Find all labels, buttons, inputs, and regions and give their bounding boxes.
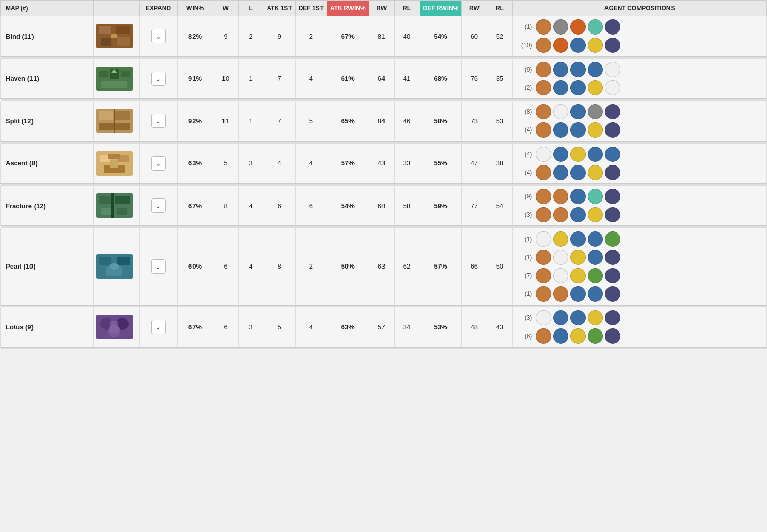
map-image-cell [93, 101, 139, 142]
composition-row: (9) [518, 62, 761, 77]
composition-row: (4) [518, 147, 761, 162]
agent-avatar-1 [553, 147, 568, 162]
svg-rect-3 [101, 38, 111, 46]
expand-cell[interactable]: ⌄ [139, 101, 177, 142]
agent-avatar-4 [605, 147, 620, 162]
expand-cell[interactable]: ⌄ [139, 228, 177, 305]
agent-avatar-4 [605, 80, 620, 95]
agent-avatar-2 [570, 286, 586, 302]
def-first-cell: 4 [295, 58, 327, 99]
composition-row: (4) [518, 165, 761, 180]
agent-avatar-1 [553, 328, 568, 344]
agent-avatar-2 [570, 189, 586, 204]
agent-avatar-0 [536, 80, 551, 95]
composition-count: (8) [518, 108, 532, 115]
expand-cell[interactable]: ⌄ [139, 186, 177, 226]
expand-button[interactable]: ⌄ [151, 156, 166, 171]
agent-avatar-1 [553, 80, 568, 95]
svg-marker-26 [111, 193, 114, 218]
win-pct-cell: 67% [177, 307, 213, 348]
def-rwin-cell: 57% [420, 228, 462, 305]
agent-avatar-2 [570, 80, 586, 95]
agent-avatar-4 [605, 328, 620, 344]
def-first-cell: 6 [295, 186, 327, 226]
win-pct-cell: 67% [177, 186, 213, 226]
composition-row: (7) [518, 268, 761, 283]
agent-avatar-3 [588, 286, 603, 302]
agent-avatar-3 [588, 189, 603, 204]
expand-button[interactable]: ⌄ [151, 114, 166, 128]
map-name-cell: Bind (11) [1, 16, 94, 57]
composition-count: (9) [518, 66, 532, 73]
agent-avatar-1 [553, 122, 568, 138]
svg-rect-28 [117, 208, 127, 215]
composition-count: (4) [518, 151, 532, 158]
map-image-cell [93, 143, 139, 184]
atk-rl-cell: 46 [394, 101, 420, 142]
atk-first-cell: 6 [264, 186, 295, 226]
agent-avatar-2 [570, 62, 586, 77]
def-first-cell: 2 [295, 16, 327, 57]
agent-avatar-1 [553, 165, 568, 180]
agent-avatar-0 [536, 189, 551, 204]
map-image-cell [93, 16, 139, 57]
wins-cell: 6 [213, 307, 238, 348]
def-rw-cell: 66 [462, 228, 487, 305]
col-atk1st: ATK 1ST [264, 1, 295, 16]
losses-cell: 3 [238, 143, 264, 184]
wins-cell: 6 [213, 228, 238, 305]
composition-row: (1) [518, 231, 761, 247]
expand-cell[interactable]: ⌄ [139, 143, 177, 184]
svg-rect-27 [101, 208, 111, 215]
losses-cell: 4 [238, 228, 264, 305]
svg-point-33 [109, 263, 119, 270]
agent-avatar-3 [588, 62, 603, 77]
agent-avatar-4 [605, 122, 620, 138]
agent-avatar-2 [570, 268, 586, 283]
composition-count: (1) [518, 290, 532, 297]
expand-button[interactable]: ⌄ [151, 29, 166, 43]
def-rwin-cell: 68% [420, 58, 462, 99]
expand-cell[interactable]: ⌄ [139, 16, 177, 57]
composition-row: (8) [518, 104, 761, 119]
svg-rect-31 [117, 257, 130, 265]
atk-rl-cell: 41 [394, 58, 420, 99]
map-name-cell: Ascent (8) [1, 143, 94, 184]
svg-rect-2 [116, 26, 130, 34]
expand-button[interactable]: ⌄ [151, 320, 166, 334]
agent-avatar-4 [605, 286, 620, 302]
expand-button[interactable]: ⌄ [151, 198, 166, 213]
agent-avatar-2 [570, 147, 586, 162]
col-atk-rl: RL [394, 1, 420, 16]
expand-cell[interactable]: ⌄ [139, 307, 177, 348]
map-thumbnail [96, 109, 133, 133]
col-agent-comp: AGENT COMPOSITIONS [513, 1, 767, 16]
atk-rw-cell: 64 [369, 58, 394, 99]
agent-avatar-3 [588, 38, 603, 53]
composition-row: (10) [518, 38, 761, 53]
agent-avatar-3 [588, 328, 603, 344]
map-row: Lotus (9) ⌄ 67% 6 3 5 4 63% 57 34 53% 48… [1, 307, 767, 348]
svg-rect-4 [117, 37, 130, 46]
map-row: Split (12) ⌄ 92% 11 1 7 5 65% 84 46 58% … [1, 101, 767, 142]
agent-avatar-1 [553, 286, 568, 302]
atk-rw-cell: 63 [369, 228, 394, 305]
col-atk-rw: RW [369, 1, 394, 16]
agent-compositions-cell: (1) (1) (7) (1) [513, 228, 767, 305]
agent-avatar-2 [570, 165, 586, 180]
atk-rwin-cell: 50% [327, 228, 369, 305]
atk-rw-cell: 43 [369, 143, 394, 184]
map-name-cell: Fracture (12) [1, 186, 94, 226]
expand-button[interactable]: ⌄ [151, 259, 166, 274]
composition-count: (6) [518, 332, 532, 340]
atk-rwin-cell: 67% [327, 16, 369, 57]
expand-button[interactable]: ⌄ [151, 72, 166, 86]
svg-rect-24 [99, 196, 113, 204]
agent-avatar-4 [605, 19, 620, 35]
expand-cell[interactable]: ⌄ [139, 58, 177, 99]
map-name-cell: Haven (11) [1, 58, 94, 99]
agent-avatar-4 [605, 207, 620, 222]
map-name-cell: Pearl (10) [1, 228, 94, 305]
agent-avatar-3 [588, 250, 603, 265]
agent-avatar-3 [588, 147, 603, 162]
